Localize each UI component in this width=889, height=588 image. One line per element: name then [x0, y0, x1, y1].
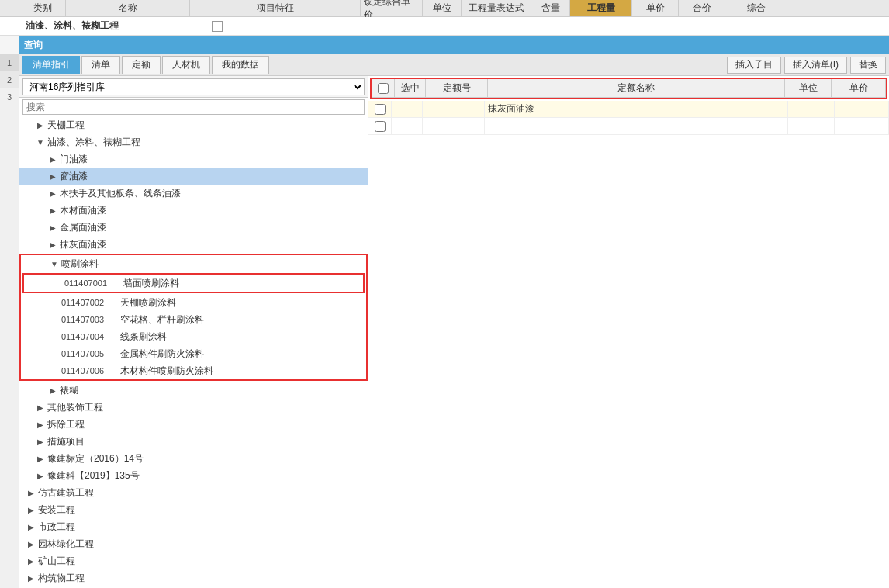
toggle-icon-yuanlin[interactable]: ▶ [26, 538, 36, 549]
tree-label-002: 天棚喷刷涂料 [120, 296, 176, 310]
tree-item-mufashou[interactable]: ▶ 木扶手及其他板条、线条油漆 [19, 185, 368, 202]
tree-item-youqi[interactable]: ▼ 油漆、涂料、裱糊工程 [19, 133, 368, 150]
replace-button[interactable]: 替换 [850, 57, 886, 74]
row-checkbox-cahui[interactable] [375, 104, 386, 115]
tree-label-001: 墙面喷刷涂料 [123, 277, 179, 290]
table-row-empty [368, 118, 889, 135]
toggle-icon-cahui[interactable]: ▶ [47, 239, 58, 250]
toggle-icon-biaoh[interactable]: ▶ [47, 385, 58, 396]
row-checkbox-empty[interactable] [375, 121, 386, 132]
tree-item-004[interactable]: 011407004 线条刷涂料 [21, 328, 366, 345]
tree-label-yujian2019: 豫建科【2019】135号 [47, 469, 140, 483]
tree-item-cahui[interactable]: ▶ 抹灰面油漆 [19, 236, 368, 253]
tree-item-jinshu[interactable]: ▶ 金属面油漆 [19, 219, 368, 236]
tree-dropdown-header: 河南16序列指引库 [19, 76, 368, 98]
toggle-icon-kuangshan[interactable]: ▶ [26, 555, 36, 566]
td-dingeh-cahui [423, 101, 485, 117]
row-num-3: 3 [0, 88, 19, 105]
col-header-gongliangli: 工程量 [570, 0, 632, 16]
toggle-icon-mufashou[interactable]: ▶ [47, 188, 58, 199]
tree-label-gouzhu: 构筑物工程 [38, 572, 85, 585]
toggle-icon-tiangpeng[interactable]: ▶ [35, 119, 46, 130]
tree-item-kuangshan[interactable]: ▶ 矿山工程 [19, 552, 368, 569]
tree-item-002[interactable]: 011407002 天棚喷刷涂料 [21, 294, 366, 311]
row-numbers-panel: 1 2 3 [0, 36, 19, 588]
select-all-checkbox[interactable] [378, 83, 389, 94]
tree-item-biaoh[interactable]: ▶ 裱糊 [19, 382, 368, 399]
td-checkbox-empty [368, 118, 392, 134]
tree-item-cuoshi[interactable]: ▶ 措施项目 [19, 433, 368, 450]
tree-item-anzhuang[interactable]: ▶ 安装工程 [19, 501, 368, 518]
th-checkbox [372, 79, 395, 97]
tree-panel: 河南16序列指引库 ▶ 天棚工程 [19, 76, 368, 588]
tree-label-shizheng: 市政工程 [38, 521, 75, 534]
subtitle-row: 油漆、涂料、裱糊工程 [0, 17, 889, 36]
tree-label-kuangshan: 矿山工程 [38, 555, 75, 568]
tree-item-yujian2016[interactable]: ▶ 豫建标定（2016）14号 [19, 450, 368, 467]
row-num-1: 1 [0, 54, 19, 71]
toggle-icon-chaichu[interactable]: ▶ [35, 419, 46, 430]
td-name-empty [485, 118, 788, 134]
toggle-icon-yujian2019[interactable]: ▶ [35, 470, 46, 481]
toggle-icon-fangujian[interactable]: ▶ [26, 487, 36, 498]
th-danjia-r: 单价 [832, 79, 886, 97]
toggle-icon-shizheng[interactable]: ▶ [26, 521, 36, 532]
col-header-hangliang: 含量 [531, 0, 570, 16]
col-header-zonghe: 综合 [725, 0, 787, 16]
col-header-mingcheng: 名称 [66, 0, 190, 16]
tree-item-qitazhuangshi[interactable]: ▶ 其他装饰工程 [19, 399, 368, 416]
tree-item-menyouqi[interactable]: ▶ 门油漆 [19, 150, 368, 168]
query-title: 查询 [24, 39, 43, 52]
tree-item-chuangyouqi[interactable]: ▶ 窗油漆 [19, 168, 368, 185]
tree-label-004: 线条刷涂料 [120, 330, 167, 344]
tree-item-006[interactable]: 011407006 木材构件喷刷防火涂料 [21, 362, 366, 379]
toggle-icon-gouzhu[interactable]: ▶ [26, 572, 36, 583]
col-header-danjia: 单价 [632, 0, 679, 16]
toggle-icon-anzhuang[interactable]: ▶ [26, 504, 36, 515]
toggle-icon-mumian[interactable]: ▶ [47, 205, 58, 216]
tab-rencaiji[interactable]: 人材机 [162, 56, 210, 74]
tree-item-fangujian[interactable]: ▶ 仿古建筑工程 [19, 484, 368, 501]
th-dingename: 定额名称 [488, 79, 785, 97]
subtitle-text: 油漆、涂料、裱糊工程 [26, 19, 119, 33]
tab-wode-shuju[interactable]: 我的数据 [212, 56, 269, 74]
toggle-icon-penfu[interactable]: ▼ [49, 258, 60, 269]
toggle-icon-jinshu[interactable]: ▶ [47, 222, 58, 233]
td-checkbox-cahui [368, 101, 392, 117]
tree-item-001[interactable]: 011407001 墙面喷刷涂料 [24, 275, 363, 292]
toggle-icon-cuoshi[interactable]: ▶ [35, 436, 46, 447]
tree-item-tiangpeng[interactable]: ▶ 天棚工程 [19, 116, 368, 133]
toggle-icon-chuangyouqi[interactable]: ▶ [47, 171, 58, 182]
tree-item-001-container: 011407001 墙面喷刷涂料 [22, 273, 365, 293]
tree-label-yujian2016: 豫建标定（2016）14号 [47, 452, 144, 465]
td-xuanzhong-empty [392, 118, 423, 134]
tab-dinge[interactable]: 定额 [122, 56, 161, 74]
tree-item-003[interactable]: 011407003 空花格、栏杆刷涂料 [21, 311, 366, 328]
col-header-leixing: 类别 [19, 0, 66, 16]
tree-label-006: 木材构件喷刷防火涂料 [120, 365, 213, 378]
search-input[interactable] [22, 99, 365, 115]
toggle-icon-yujian2016[interactable]: ▶ [35, 453, 46, 464]
toggle-icon-qitazhuangshi[interactable]: ▶ [35, 402, 46, 413]
tree-item-penfu[interactable]: ▼ 喷刷涂料 [21, 255, 366, 272]
th-xuanzhong: 选中 [395, 79, 426, 97]
tab-qingdan-zhiyin[interactable]: 清单指引 [22, 56, 80, 74]
toggle-icon-youqi[interactable]: ▼ [35, 137, 46, 147]
tree-item-yuanlin[interactable]: ▶ 园林绿化工程 [19, 535, 368, 552]
tree-label-youqi: 油漆、涂料、裱糊工程 [47, 136, 140, 149]
tab-qingdan[interactable]: 清单 [81, 56, 120, 74]
tree-item-gouzhu[interactable]: ▶ 构筑物工程 [19, 569, 368, 586]
toggle-icon-menyouqi[interactable]: ▶ [47, 154, 58, 164]
tree-item-chaichu[interactable]: ▶ 拆除工程 [19, 416, 368, 433]
tree-item-yujian2019[interactable]: ▶ 豫建科【2019】135号 [19, 467, 368, 484]
col-header-suoding: 锁定综合单价 [361, 0, 423, 16]
tree-item-mumian[interactable]: ▶ 木材面油漆 [19, 202, 368, 219]
insert-list-button[interactable]: 插入清单(I) [784, 57, 847, 74]
library-dropdown[interactable]: 河南16序列指引库 [22, 78, 365, 95]
tree-code-001: 011407001 [64, 278, 119, 288]
insert-child-button[interactable]: 插入子目 [727, 57, 781, 74]
tree-code-003: 011407003 [61, 315, 116, 324]
tree-item-shizheng[interactable]: ▶ 市政工程 [19, 518, 368, 535]
tree-item-005[interactable]: 011407005 金属构件刷防火涂料 [21, 345, 366, 362]
tree-label-menyouqi: 门油漆 [60, 153, 88, 166]
